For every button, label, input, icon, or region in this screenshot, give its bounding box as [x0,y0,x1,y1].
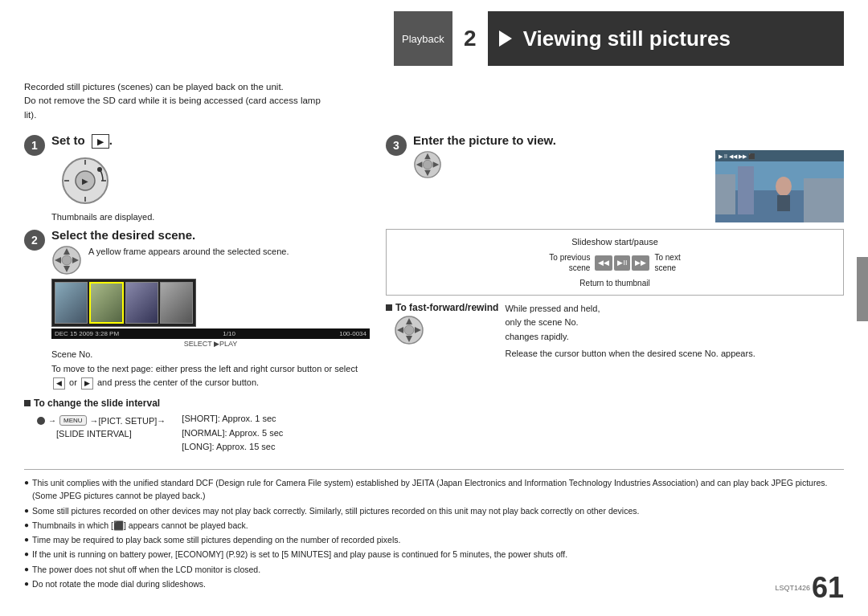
step2-block: 2 Select the desired scene. [24,228,370,390]
thumb-item [125,282,158,324]
note-item-1: ● This unit complies with the unified st… [24,476,844,503]
slide-interval-section: To change the slide interval → MENU →[PI… [24,398,370,455]
svg-point-34 [404,325,414,335]
playback-label: Playback [402,33,444,45]
header-title: Viewing still pictures [488,27,731,51]
svg-rect-22 [715,174,735,214]
page-title: Viewing still pictures [523,27,731,51]
interval-values: [SHORT]: Approx. 1 sec [NORMAL]: Approx.… [182,412,283,455]
ff-nav-icon [394,315,424,345]
step3-block: 3 Enter the picture to view. [386,133,844,222]
header-number: 2 [452,11,488,66]
step1-content: Set to ▶. ▶ [51,133,370,222]
menu-button: MENU [59,415,87,426]
thumb-item [160,282,193,324]
to-previous-label: To previous scene [549,252,590,273]
svg-text:▶ II  ◀◀  ▶▶  ⬛: ▶ II ◀◀ ▶▶ ⬛ [719,153,755,160]
step2-hint: A yellow frame appears around the select… [88,245,289,259]
cursor-button-icon [51,245,82,275]
step3-circle: 3 [386,135,407,156]
header-playback: Playback [394,11,452,66]
intro-text: Recorded still pictures (scenes) can be … [24,80,844,122]
sidebar-tab [857,257,868,321]
step1-title: Set to ▶. [51,133,370,149]
to-next-label: To next scene [654,252,680,273]
note-bullet: ● [24,577,29,590]
playpause-btn[interactable]: ▶II [614,255,630,271]
menu-arrow-row: → MENU →[PICT. SETUP]→ [SLIDE INTERVAL] [37,415,166,439]
photo-preview: ▶ II ◀◀ ▶▶ ⬛ [715,150,844,222]
intro-line1: Recorded still pictures (scenes) can be … [24,80,844,94]
ff-title: To fast-forward/rewind [395,302,498,313]
step1-circle: 1 [24,135,45,156]
step2-title: Select the desired scene. [51,228,370,242]
note-item-4: ● Time may be required to play back some… [24,533,844,546]
photo-preview-inner: ▶ II ◀◀ ▶▶ ⬛ [715,150,844,222]
note-item-3: ● Thumbnails in which [⬛] appears cannot… [24,519,844,532]
page-number: 61 [812,571,844,605]
header-bar: Playback 2 Viewing still pictures [394,11,844,66]
svg-rect-23 [738,166,754,214]
svg-rect-26 [777,195,790,211]
prev-btn[interactable]: ◀◀ [595,255,612,271]
arrow-right-icon: → [48,416,56,425]
note-bullet: ● [24,476,29,503]
step2-content: Select the desired scene. A yello [51,228,370,390]
slide-interval-label: [SLIDE INTERVAL] [56,429,132,439]
menu-dot [37,417,45,425]
svg-text:▶: ▶ [82,177,88,186]
note-item-6: ● The power does not shut off when the L… [24,563,844,576]
step2-circle: 2 [24,230,45,251]
step3-nav-icon [413,150,442,179]
note-item-2: ● Some still pictures recorded on other … [24,504,844,517]
step3-content: Enter the picture to view. [413,133,844,222]
step1-block: 1 Set to ▶. [24,133,370,222]
play-triangle-icon [499,31,512,47]
step2-nav-text: To move to the next page: either press t… [51,362,370,390]
step1-sub: Thumbnails are displayed. [51,212,370,222]
note-item-5: ● If the unit is running on battery powe… [24,548,844,561]
svg-point-25 [776,177,792,196]
scene-info: DEC 15 2009 3:28 PM 1/10 100-0034 [51,328,370,339]
playback-icon-label: ▶ [92,134,109,149]
slide-interval-title: To change the slide interval [24,398,370,409]
slideshow-label: Slideshow start/pause [395,235,835,250]
fast-forward-section: To fast-forward/rewind While pressed and… [386,302,844,360]
next-btn[interactable]: ▶▶ [632,255,649,271]
step3-title: Enter the picture to view. [413,133,844,147]
ff-desc: While pressed and held, only the scene N… [505,302,844,360]
scene-no-label: Scene No. [51,349,370,359]
intro-line3: lit). [24,108,844,122]
svg-point-13 [62,255,72,265]
main-content: Recorded still pictures (scenes) can be … [24,80,844,600]
note-bullet: ● [24,548,29,561]
lsqt-code: LSQT1426 [775,584,810,592]
svg-point-7 [97,167,102,172]
note-bullet: ● [24,519,29,532]
controls-box: Slideshow start/pause To previous scene … [386,229,844,296]
intro-line2: Do not remove the SD card while it is be… [24,94,844,108]
thumbnail-grid [51,279,196,327]
note-bullet: ● [24,563,29,576]
mode-dial-icon: ▶ [59,155,111,206]
thumb-item-selected [89,282,124,324]
svg-point-19 [423,160,432,169]
note-bullet: ● [24,504,29,517]
ff-bullet [386,304,392,311]
note-bullet: ● [24,533,29,546]
section-bullet [24,400,31,406]
note-item-7: ● Do not rotate the mode dial during sli… [24,577,844,590]
svg-rect-24 [804,178,844,222]
return-thumbnail-label: Return to thumbnail [395,276,835,290]
thumb-item [55,282,88,324]
notes-section: ● This unit complies with the unified st… [24,469,844,590]
